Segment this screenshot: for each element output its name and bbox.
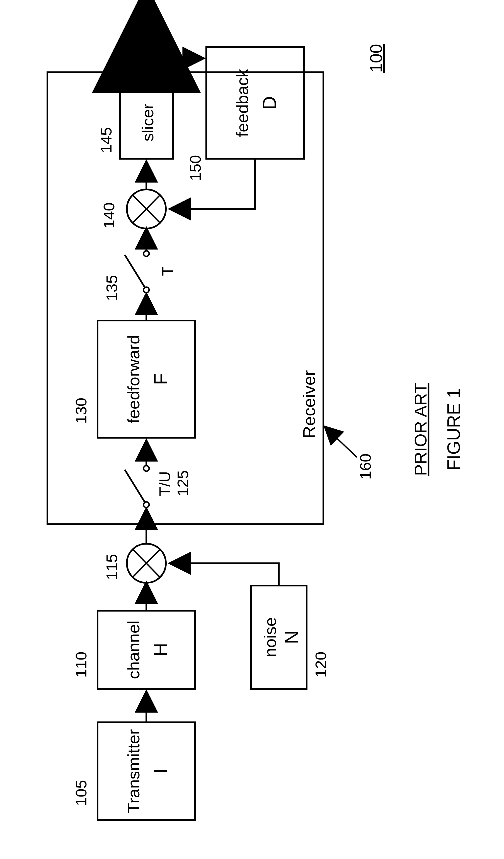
svg-rect-1 bbox=[98, 611, 195, 689]
svg-line-10 bbox=[125, 470, 145, 502]
slicer-ref: 145 bbox=[97, 127, 115, 153]
channel-label-2: H bbox=[150, 643, 171, 657]
sum2-ref: 140 bbox=[100, 202, 117, 228]
transmitter-label-2: I bbox=[150, 769, 171, 774]
receiver-ref: 160 bbox=[357, 454, 374, 480]
svg-point-9 bbox=[144, 466, 149, 471]
switch1: T/U 125 bbox=[125, 466, 191, 508]
svg-rect-6 bbox=[47, 72, 324, 524]
noise-ref: 120 bbox=[312, 652, 330, 678]
receiver-label: Receiver bbox=[299, 370, 319, 439]
ff-label-2: F bbox=[150, 373, 171, 385]
channel-label-1: channel bbox=[124, 620, 143, 679]
receiver-frame: Receiver 160 bbox=[47, 72, 374, 524]
channel-block: channel H 110 bbox=[72, 611, 195, 689]
svg-line-7 bbox=[325, 426, 357, 457]
svg-rect-0 bbox=[98, 722, 195, 820]
svg-point-13 bbox=[144, 251, 149, 256]
sum1-ref: 115 bbox=[103, 554, 121, 580]
svg-rect-11 bbox=[98, 320, 195, 438]
ff-label-1: feedforward bbox=[124, 335, 143, 423]
switch2-label: T bbox=[159, 267, 176, 276]
arrow-fb-to-sum2 bbox=[170, 159, 255, 209]
fb-label-1: feedback bbox=[233, 69, 252, 137]
dfe-block-diagram: Transmitter I 105 channel H 110 noise N … bbox=[0, 0, 504, 859]
slicer-block: slicer 145 bbox=[97, 86, 173, 159]
svg-line-14 bbox=[125, 255, 145, 288]
switch1-label: T/U bbox=[156, 471, 173, 496]
caption-figure: FIGURE 1 bbox=[444, 388, 464, 470]
channel-ref: 110 bbox=[72, 652, 90, 678]
switch2: T 135 bbox=[103, 251, 176, 301]
feedforward-block: feedforward F 130 bbox=[72, 320, 195, 438]
svg-rect-19 bbox=[206, 47, 304, 159]
switch1-ref: 125 bbox=[174, 470, 191, 496]
transmitter-block: Transmitter I 105 bbox=[72, 722, 195, 820]
noise-block: noise N 120 bbox=[251, 586, 330, 689]
sum2-node: 140 bbox=[100, 190, 166, 228]
arrow-noise-to-sum1 bbox=[170, 563, 279, 586]
transmitter-ref: 105 bbox=[72, 780, 90, 806]
diagram-id: 100 bbox=[366, 44, 385, 73]
ff-ref: 130 bbox=[72, 398, 90, 424]
caption-prior-art: PRIOR ART bbox=[411, 383, 430, 476]
fb-ref: 150 bbox=[187, 155, 204, 181]
noise-label-1: noise bbox=[261, 617, 280, 657]
slicer-label: slicer bbox=[139, 104, 157, 141]
transmitter-label-1: Transmitter bbox=[124, 729, 143, 813]
switch2-ref: 135 bbox=[103, 275, 121, 301]
fb-label-2: D bbox=[259, 96, 280, 110]
noise-label-2: N bbox=[281, 630, 302, 644]
feedback-block: feedback D 150 bbox=[187, 47, 304, 181]
sum1-node: 115 bbox=[103, 544, 166, 583]
